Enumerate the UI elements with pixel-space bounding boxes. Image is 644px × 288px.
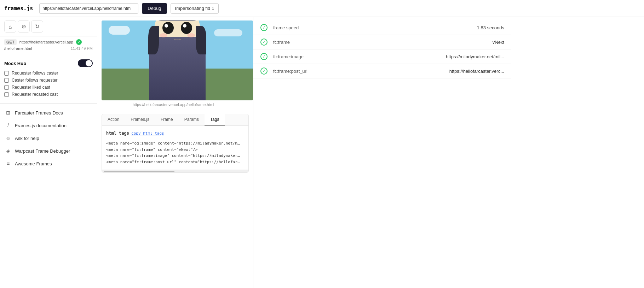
diag-value-frame-speed: 1.83 seconds bbox=[477, 25, 504, 30]
tags-title: html tags bbox=[106, 130, 129, 137]
refresh-button[interactable]: ↻ bbox=[31, 20, 43, 33]
diag-icon-fc-frame: ✓ bbox=[260, 39, 268, 46]
diag-label-frame-speed: frame speed bbox=[273, 25, 471, 30]
sidebar-item-ask-for-help[interactable]: ☺ Ask for help bbox=[0, 132, 97, 145]
impersonating-badge[interactable]: Impersonating fid 1 bbox=[171, 3, 219, 14]
framesjs-docs-icon: / bbox=[5, 123, 11, 128]
awesome-frames-icon: ≡ bbox=[5, 161, 11, 166]
url-input[interactable] bbox=[39, 3, 138, 14]
checkbox-requester-recasted-cast-label: Requester recasted cast bbox=[12, 92, 58, 97]
request-status-icon: ✓ bbox=[76, 39, 82, 45]
diag-value-fc-frame-image: https://miladymaker.net/mil... bbox=[446, 54, 504, 59]
tab-bar: Action Frames.js Frame Params Tags bbox=[102, 114, 248, 126]
frame-section: https://hellofarcaster.vercel.app/hellof… bbox=[97, 17, 253, 288]
frame-image-container bbox=[102, 20, 253, 100]
hair-side-right bbox=[196, 26, 206, 54]
mock-hub-toggle[interactable] bbox=[78, 59, 93, 67]
home-button[interactable]: ⌂ bbox=[4, 20, 16, 33]
hair-side-left bbox=[148, 26, 159, 54]
checkbox-caster-follows-requester-input[interactable] bbox=[4, 78, 9, 83]
request-url: https://hellofarcaster.vercel.app bbox=[19, 40, 73, 44]
cloud2 bbox=[214, 29, 242, 36]
eye-right bbox=[181, 22, 192, 34]
debug-button[interactable]: Debug bbox=[142, 3, 167, 14]
warpcast-icon: ◈ bbox=[5, 148, 11, 154]
sidebar-item-framesjs-docs[interactable]: / Frames.js documentation bbox=[0, 119, 97, 132]
mock-hub-title: Mock Hub bbox=[4, 61, 26, 66]
tab-tags[interactable]: Tags bbox=[205, 114, 225, 125]
eye-shine-right bbox=[183, 24, 186, 28]
tab-params[interactable]: Params bbox=[179, 114, 205, 125]
checkbox-requester-follows-caster[interactable]: Requester follows caster bbox=[4, 71, 93, 76]
checkbox-requester-recasted-cast[interactable]: Requester recasted cast bbox=[4, 92, 93, 97]
diag-label-fc-frame-image: fc:frame:image bbox=[273, 54, 440, 59]
diagnostics-panel: ✓ frame speed 1.83 seconds ✓ fc:frame vN… bbox=[253, 17, 511, 288]
diag-icon-fc-frame-image: ✓ bbox=[260, 53, 268, 60]
sidebar: ⌂ ⊘ ↻ GET https://hellofarcaster.vercel.… bbox=[0, 17, 97, 288]
method-badge: GET bbox=[4, 39, 17, 45]
request-time: 11:41:49 PM bbox=[71, 46, 93, 51]
tabs-panel: Action Frames.js Frame Params Tags html … bbox=[97, 110, 253, 288]
sidebar-item-framesjs-docs-label: Frames.js documentation bbox=[15, 123, 67, 128]
checkbox-requester-liked-cast[interactable]: Requester liked cast bbox=[4, 85, 93, 90]
code-scrollbar[interactable] bbox=[102, 170, 248, 172]
stop-button[interactable]: ⊘ bbox=[18, 20, 30, 33]
diag-icon-frame-speed: ✓ bbox=[260, 24, 268, 31]
mouth bbox=[174, 38, 181, 40]
checkbox-requester-recasted-cast-input[interactable] bbox=[4, 92, 9, 97]
checkbox-requester-follows-caster-input[interactable] bbox=[4, 71, 9, 76]
code-line-3: <meta name="fc:frame:image" content="htt… bbox=[106, 153, 241, 159]
copy-html-tags-link[interactable]: copy html tags bbox=[131, 130, 164, 137]
cheek-left bbox=[160, 33, 167, 37]
tab-content-tags: html tags copy html tags <meta name="og:… bbox=[102, 126, 248, 170]
request-path: /helloframe.html bbox=[4, 46, 32, 51]
tab-framesjs[interactable]: Frames.js bbox=[125, 114, 155, 125]
logo: frames.js bbox=[4, 5, 33, 12]
cheek-right bbox=[187, 33, 195, 37]
cloud1 bbox=[109, 26, 130, 35]
code-line-1: <meta name="og:image" content="https://m… bbox=[106, 140, 241, 147]
sidebar-item-warpcast-debugger[interactable]: ◈ Warpcast Frame Debugger bbox=[0, 145, 97, 157]
frames-docs-icon: ⊞ bbox=[5, 110, 11, 116]
content: https://hellofarcaster.vercel.app/hellof… bbox=[97, 17, 644, 288]
diag-row-fc-frame-image: ✓ fc:frame:image https://miladymaker.net… bbox=[253, 49, 511, 64]
code-scrollbar-thumb bbox=[104, 171, 174, 172]
content-inner: https://hellofarcaster.vercel.app/hellof… bbox=[97, 17, 644, 288]
request-log: GET https://hellofarcaster.vercel.app ✓ … bbox=[0, 36, 97, 55]
diag-row-frame-speed: ✓ frame speed 1.83 seconds bbox=[253, 20, 511, 35]
eye-left bbox=[162, 22, 174, 34]
checkbox-caster-follows-requester-label: Caster follows requester bbox=[12, 78, 57, 83]
nav-icons: ⌂ ⊘ ↻ bbox=[0, 17, 97, 36]
eye-shine-left bbox=[165, 24, 168, 28]
sidebar-item-ask-for-help-label: Ask for help bbox=[15, 136, 39, 141]
ask-help-icon: ☺ bbox=[5, 135, 11, 141]
tab-frame[interactable]: Frame bbox=[155, 114, 179, 125]
checkbox-requester-liked-cast-input[interactable] bbox=[4, 85, 9, 90]
sidebar-item-farcaster-frames-docs-label: Farcaster Frames Docs bbox=[15, 110, 63, 116]
frame-preview: https://hellofarcaster.vercel.app/hellof… bbox=[97, 17, 249, 110]
diag-value-fc-frame: vNext bbox=[493, 40, 504, 45]
mock-hub: Mock Hub Requester follows caster Caster… bbox=[0, 55, 97, 104]
diag-value-fc-frame-post-url: https://hellofarcaster.verc... bbox=[449, 69, 504, 74]
sidebar-links: ⊞ Farcaster Frames Docs / Frames.js docu… bbox=[0, 104, 97, 288]
checkbox-requester-liked-cast-label: Requester liked cast bbox=[12, 85, 50, 90]
frame-url: https://hellofarcaster.vercel.app/hellof… bbox=[102, 102, 245, 107]
diag-label-fc-frame: fc:frame bbox=[273, 40, 487, 45]
tags-header: html tags copy html tags bbox=[106, 130, 244, 137]
sidebar-item-farcaster-frames-docs[interactable]: ⊞ Farcaster Frames Docs bbox=[0, 106, 97, 119]
sidebar-item-warpcast-debugger-label: Warpcast Frame Debugger bbox=[15, 148, 70, 154]
anime-art bbox=[102, 20, 253, 100]
checkbox-caster-follows-requester[interactable]: Caster follows requester bbox=[4, 78, 93, 83]
topbar: frames.js Debug Impersonating fid 1 bbox=[0, 0, 644, 17]
diag-icon-fc-frame-post-url: ✓ bbox=[260, 67, 268, 75]
tab-action[interactable]: Action bbox=[102, 114, 125, 125]
diag-label-fc-frame-post-url: fc:frame:post_url bbox=[273, 69, 444, 74]
main-layout: ⌂ ⊘ ↻ GET https://hellofarcaster.vercel.… bbox=[0, 17, 644, 288]
diag-row-fc-frame-post-url: ✓ fc:frame:post_url https://hellofarcast… bbox=[253, 64, 511, 78]
code-line-2: <meta name="fc:frame" content="vNext"/> bbox=[106, 147, 241, 153]
sidebar-item-awesome-frames[interactable]: ≡ Awesome Frames bbox=[0, 157, 97, 170]
sidebar-item-awesome-frames-label: Awesome Frames bbox=[15, 161, 52, 166]
checkbox-requester-follows-caster-label: Requester follows caster bbox=[12, 71, 58, 76]
tabs-container: Action Frames.js Frame Params Tags html … bbox=[102, 114, 249, 173]
code-line-4: <meta name="fc:frame:post_url" content="… bbox=[106, 159, 241, 165]
